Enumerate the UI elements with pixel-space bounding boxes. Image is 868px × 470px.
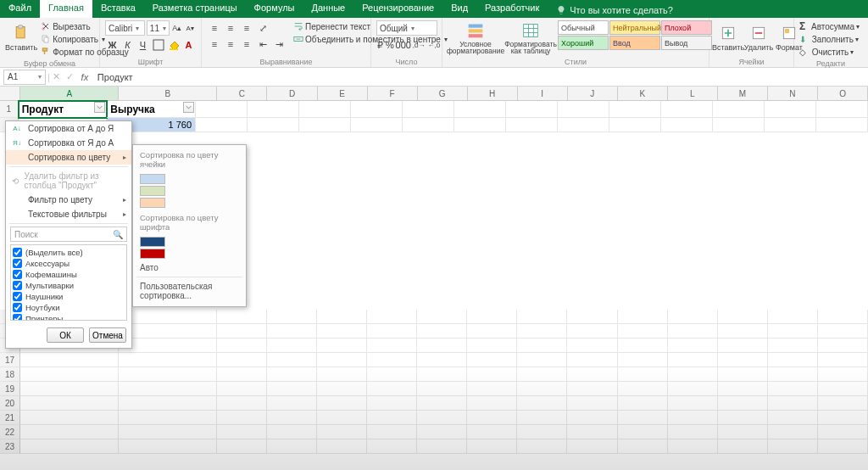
cell-empty[interactable] (119, 396, 217, 411)
cell-empty[interactable] (20, 425, 119, 439)
decrease-indent-button[interactable]: ⇤ (255, 36, 270, 52)
cell-empty[interactable] (718, 353, 768, 367)
tab-view[interactable]: Вид (442, 0, 476, 18)
cell-empty[interactable] (119, 411, 217, 425)
cell-empty[interactable] (119, 367, 217, 382)
cell-empty[interactable] (768, 439, 818, 454)
filter-value-item[interactable]: Мультиварки (13, 280, 125, 291)
cell-empty[interactable] (467, 382, 517, 396)
tell-me[interactable]: Что вы хотите сделать? (548, 0, 682, 18)
cell-empty[interactable] (517, 367, 567, 382)
filter-search-input[interactable]: Поиск🔍 (10, 227, 127, 242)
cell-empty[interactable] (818, 367, 868, 382)
cell-empty[interactable] (217, 324, 267, 339)
align-bottom-button[interactable]: ≡ (239, 20, 254, 36)
cell-empty[interactable] (668, 439, 718, 454)
align-top-button[interactable]: ≡ (207, 20, 222, 36)
cell-empty[interactable] (217, 382, 267, 396)
fill-color-button[interactable] (166, 37, 181, 53)
cell-color-swatch-2[interactable] (140, 186, 165, 196)
cell-empty[interactable] (567, 396, 617, 411)
cell-B1[interactable]: Выручка (107, 101, 196, 118)
cell-empty[interactable] (317, 339, 367, 353)
cell-empty[interactable] (718, 310, 768, 324)
filter-value-item[interactable]: (Выделить все) (13, 247, 125, 258)
cell-empty[interactable] (506, 118, 558, 132)
cell-empty[interactable] (768, 324, 818, 339)
cell-empty[interactable] (818, 382, 868, 396)
cell-empty[interactable] (768, 425, 818, 439)
cell-empty[interactable] (567, 310, 617, 324)
cell-color-swatch-1[interactable] (140, 174, 165, 184)
cell-empty[interactable] (768, 310, 818, 324)
custom-sort-item[interactable]: Пользовательская сортировка... (133, 279, 246, 303)
cell-empty[interactable] (119, 339, 217, 353)
cell-empty[interactable] (367, 367, 417, 382)
row-header-1[interactable]: 1 (0, 101, 19, 118)
cell-empty[interactable] (818, 353, 868, 367)
filter-value-checkbox[interactable] (13, 281, 22, 290)
conditional-formatting-button[interactable]: Условное форматирование (448, 20, 504, 56)
cell-empty[interactable] (768, 382, 818, 396)
insert-cells-button[interactable]: Вставить (715, 20, 742, 56)
filter-button-B[interactable] (183, 102, 194, 113)
cell-empty[interactable] (618, 324, 668, 339)
cell-empty[interactable] (517, 396, 567, 411)
fill-button[interactable]: ⬇ Заполнить▾ (799, 33, 860, 45)
filter-value-checkbox[interactable] (13, 303, 22, 312)
col-header-H[interactable]: H (468, 87, 518, 100)
cell-empty[interactable] (367, 339, 417, 353)
font-name-combo[interactable]: Calibri▾ (105, 20, 145, 36)
filter-value-item[interactable]: Наушники (13, 291, 125, 302)
cell-empty[interactable] (367, 310, 417, 324)
orientation-button[interactable]: ⤢ (255, 20, 270, 36)
cell-empty[interactable] (668, 425, 718, 439)
cell-empty[interactable] (517, 353, 567, 367)
align-center-button[interactable]: ≡ (223, 36, 238, 52)
cell-empty[interactable] (718, 324, 768, 339)
style-good[interactable]: Хороший (558, 36, 609, 50)
row-header-21[interactable]: 21 (0, 411, 20, 425)
cell-empty[interactable] (367, 396, 417, 411)
cell-empty[interactable] (119, 382, 217, 396)
cell-empty[interactable] (816, 101, 868, 118)
cell-empty[interactable] (196, 101, 248, 118)
col-header-N[interactable]: N (768, 87, 818, 100)
cell-empty[interactable] (467, 367, 517, 382)
filter-value-item[interactable]: Ноутбуки (13, 302, 125, 313)
style-output[interactable]: Вывод (661, 36, 712, 50)
row-header-23[interactable]: 23 (0, 439, 20, 454)
filter-value-item[interactable]: Аксессуары (13, 258, 125, 269)
cell-empty[interactable] (609, 118, 661, 132)
cell-empty[interactable] (818, 339, 868, 353)
cell-empty[interactable] (317, 324, 367, 339)
cell-empty[interactable] (248, 101, 299, 118)
col-header-E[interactable]: E (318, 87, 368, 100)
row-header-19[interactable]: 19 (0, 382, 20, 396)
cell-empty[interactable] (668, 396, 718, 411)
cell-empty[interactable] (217, 339, 267, 353)
autosum-button[interactable]: Σ Автосумма▾ (799, 20, 860, 32)
cell-empty[interactable] (618, 439, 668, 454)
grow-font-button[interactable]: A▴ (171, 20, 183, 36)
cell-empty[interactable] (454, 118, 506, 132)
cell-empty[interactable] (818, 324, 868, 339)
comma-button[interactable]: 000 (396, 37, 411, 53)
style-normal[interactable]: Обычный (558, 20, 609, 35)
delete-cells-button[interactable]: Удалить (745, 20, 772, 56)
row-header-20[interactable]: 20 (0, 396, 20, 411)
cell-empty[interactable] (119, 439, 217, 454)
cell-empty[interactable] (506, 101, 558, 118)
cell-empty[interactable] (765, 118, 816, 132)
cell-empty[interactable] (467, 411, 517, 425)
filter-value-item[interactable]: Кофемашины (13, 269, 125, 280)
cell-empty[interactable] (267, 339, 317, 353)
fx-button[interactable]: fx (77, 72, 92, 82)
cell-empty[interactable] (351, 118, 403, 132)
col-header-L[interactable]: L (668, 87, 718, 100)
font-size-combo[interactable]: 11▾ (147, 20, 170, 36)
cell-empty[interactable] (467, 339, 517, 353)
underline-button[interactable]: Ч (136, 37, 150, 53)
tab-insert[interactable]: Вставка (92, 0, 144, 18)
bold-button[interactable]: Ж (105, 37, 120, 53)
